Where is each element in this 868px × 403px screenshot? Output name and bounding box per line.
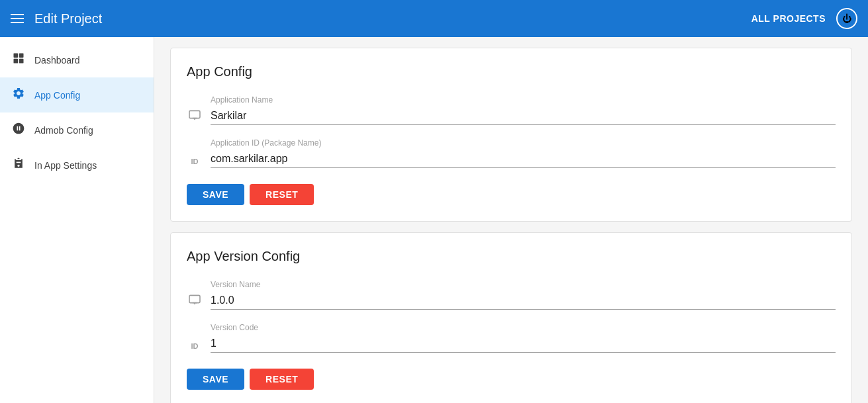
sidebar-item-dashboard-label: Dashboard — [34, 55, 80, 66]
version-name-label: Version Name — [211, 280, 836, 289]
sidebar-item-admob-label: Admob Config — [34, 125, 93, 136]
app-config-reset-button[interactable]: RESET — [250, 184, 314, 205]
power-button[interactable]: ⏻ — [836, 8, 857, 29]
sidebar-item-in-app-label: In App Settings — [34, 160, 97, 171]
app-id-input[interactable] — [211, 150, 836, 168]
version-name-group: Version Name — [211, 280, 836, 310]
app-id-group: Application ID (Package Name) — [211, 138, 836, 168]
sidebar-item-app-config[interactable]: App Config — [0, 77, 154, 112]
page-title: Edit Project — [34, 11, 102, 26]
menu-button[interactable] — [11, 14, 24, 23]
app-config-buttons: SAVE RESET — [187, 184, 836, 205]
main-content: App Config Application Name ID — [154, 37, 868, 403]
in-app-icon — [11, 157, 26, 173]
all-projects-link[interactable]: ALL PROJECTS — [751, 13, 826, 24]
version-config-reset-button[interactable]: RESET — [250, 369, 314, 390]
app-config-card: App Config Application Name ID — [170, 48, 852, 222]
sidebar-item-dashboard[interactable]: Dashboard — [0, 42, 154, 77]
power-icon: ⏻ — [842, 13, 851, 24]
svg-rect-2 — [14, 59, 19, 64]
settings-icon — [11, 87, 26, 103]
version-name-field-row: Version Name — [187, 280, 836, 310]
app-id-label: Application ID (Package Name) — [211, 138, 836, 148]
svg-rect-7 — [189, 295, 200, 302]
version-code-label: Version Code — [211, 323, 836, 332]
header: Edit Project ALL PROJECTS ⏻ — [0, 0, 868, 37]
version-code-icon: ID — [187, 342, 203, 350]
app-name-label: Application Name — [211, 95, 836, 105]
app-name-field-row: Application Name — [187, 95, 836, 125]
app-version-config-card: App Version Config Version Name ID — [170, 232, 852, 403]
app-name-group: Application Name — [211, 95, 836, 125]
version-name-input[interactable] — [211, 292, 836, 310]
version-code-field-row: ID Version Code — [187, 323, 836, 353]
sidebar: Dashboard App Config Admob Config — [0, 37, 154, 403]
svg-rect-0 — [14, 54, 19, 58]
dashboard-icon — [11, 52, 26, 68]
svg-rect-3 — [19, 59, 24, 64]
sidebar-item-in-app-settings[interactable]: In App Settings — [0, 148, 154, 183]
svg-rect-1 — [19, 54, 24, 58]
app-config-save-button[interactable]: SAVE — [187, 184, 244, 205]
admob-icon — [11, 122, 26, 138]
version-code-input[interactable] — [211, 335, 836, 353]
version-config-buttons: SAVE RESET — [187, 369, 836, 390]
version-code-group: Version Code — [211, 323, 836, 353]
sidebar-item-admob-config[interactable]: Admob Config — [0, 112, 154, 148]
app-version-title: App Version Config — [187, 249, 836, 264]
version-config-save-button[interactable]: SAVE — [187, 369, 244, 390]
app-name-input[interactable] — [211, 107, 836, 125]
sidebar-item-app-config-label: App Config — [34, 90, 80, 101]
app-name-icon — [187, 109, 203, 122]
app-id-field-row: ID Application ID (Package Name) — [187, 138, 836, 168]
version-name-icon — [187, 294, 203, 307]
app-config-title: App Config — [187, 64, 836, 79]
svg-rect-4 — [189, 111, 200, 118]
app-id-icon: ID — [187, 157, 203, 165]
